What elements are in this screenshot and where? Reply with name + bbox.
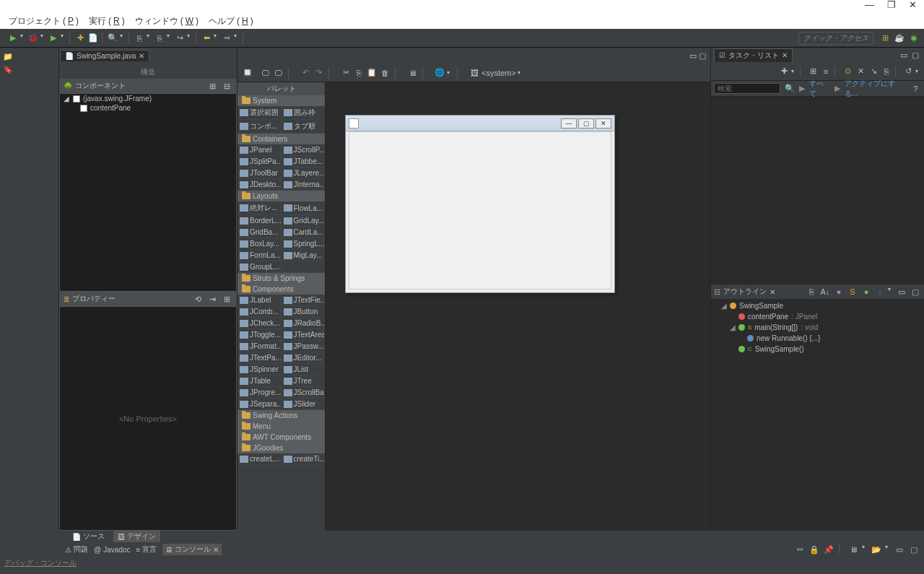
palette-item[interactable]: JCheck... xyxy=(237,318,282,329)
tl-focus-icon[interactable]: ⊙ xyxy=(842,66,853,77)
palette-item[interactable]: GroupL... xyxy=(237,261,282,273)
source-tab[interactable]: 📄ソース xyxy=(68,531,109,542)
console-clear-icon[interactable]: ✏ xyxy=(794,544,806,555)
search-go-icon[interactable]: 🔍 xyxy=(785,84,795,93)
dropdown-icon[interactable]: ▾ xyxy=(120,32,126,44)
tasklist-search-input[interactable] xyxy=(714,83,780,94)
tasklist-activate-link[interactable]: アクティブにする... xyxy=(845,79,906,99)
palette-item[interactable]: JRadioB... xyxy=(282,318,326,329)
palette-item[interactable]: JTable xyxy=(237,375,282,387)
declaration-tab[interactable]: ≡宣言 xyxy=(136,544,157,555)
palette-item[interactable]: JPassw... xyxy=(282,341,326,352)
nav2-icon[interactable]: ⎘ xyxy=(154,32,165,44)
console-pin-icon[interactable]: 📌 xyxy=(823,544,834,555)
expand-arrow-icon[interactable]: ◢ xyxy=(63,95,70,103)
palette-item[interactable]: JProgre... xyxy=(237,387,282,399)
open-type-icon[interactable]: 📄 xyxy=(87,32,99,44)
palette-item[interactable]: コンポ... xyxy=(237,120,282,134)
palette-cat-jgoodies[interactable]: JGoodies xyxy=(237,443,325,453)
ol-t6-icon[interactable]: ↓ xyxy=(874,286,886,297)
palette-cat-layouts[interactable]: Layouts xyxy=(237,191,325,201)
tl-a1-icon[interactable]: ✕ xyxy=(855,66,866,77)
palette-item[interactable]: FormLa... xyxy=(237,250,282,261)
nav-icon[interactable]: ⎘ xyxy=(134,32,145,44)
tl-a2-icon[interactable]: ↘ xyxy=(868,66,879,77)
outline-row-runnable[interactable]: new Runnable() {...} xyxy=(711,333,924,344)
expand-icon[interactable]: ⊞ xyxy=(206,80,218,92)
tasklist-tab[interactable]: ☑ タスク・リスト ✕ xyxy=(714,48,793,62)
dropdown-icon[interactable]: ▾ xyxy=(885,544,891,555)
prop-tool1-icon[interactable]: ⟲ xyxy=(192,293,204,305)
console-open-icon[interactable]: 📂 xyxy=(871,544,882,555)
palette-cat-swingactions[interactable]: Swing Actions xyxy=(237,410,325,421)
palette-item[interactable]: JList xyxy=(282,364,326,375)
dropdown-icon[interactable]: ▾ xyxy=(447,69,453,76)
tl-filter-icon[interactable]: ≡ xyxy=(820,66,832,77)
palette-item[interactable]: JSlider xyxy=(282,399,326,410)
dropdown-icon[interactable]: ▾ xyxy=(147,32,152,44)
outline-row-field[interactable]: contentPane: JPanel xyxy=(711,311,924,322)
tool-prev2-icon[interactable]: 🖵 xyxy=(272,67,284,79)
debug-icon[interactable]: 🐞 xyxy=(27,32,39,44)
palette-item[interactable]: JInterna... xyxy=(282,179,326,191)
palette-item[interactable]: JTree xyxy=(282,375,326,387)
dropdown-icon[interactable]: ▾ xyxy=(40,32,46,44)
tl-cat-icon[interactable]: ⊞ xyxy=(807,66,819,77)
perspective-icon[interactable]: ◉ xyxy=(908,32,920,44)
palette-item[interactable]: タブ順 xyxy=(282,120,326,134)
palette-item[interactable]: SpringL... xyxy=(282,238,326,250)
tl-sync-icon[interactable]: ↺ xyxy=(902,66,914,77)
design-surface[interactable]: — ▢ ✕ xyxy=(326,82,710,531)
outline-row-class[interactable]: ◢SwingSample xyxy=(711,300,924,311)
tab-close-icon[interactable]: ✕ xyxy=(770,288,775,296)
tl-new-icon[interactable]: ✚ xyxy=(778,66,790,77)
prop-tool2-icon[interactable]: ⇥ xyxy=(206,293,218,305)
palette-item[interactable]: JComb... xyxy=(237,306,282,318)
dropdown-icon[interactable]: ▾ xyxy=(187,32,193,44)
quick-access-input[interactable]: クイック・アクセス xyxy=(798,32,873,45)
palette-cat-containers[interactable]: Containers xyxy=(237,134,325,144)
cut-icon[interactable]: ✂ xyxy=(340,67,352,79)
ol-t3-icon[interactable]: ● xyxy=(833,286,845,297)
dropdown-icon[interactable]: ▾ xyxy=(167,32,173,44)
panel-min-icon[interactable]: ▭ xyxy=(894,544,905,555)
dropdown-icon[interactable]: ▾ xyxy=(234,32,240,44)
palette-item[interactable]: FlowLa... xyxy=(282,201,326,215)
dropdown-icon[interactable]: ▾ xyxy=(888,286,894,297)
tl-a3-icon[interactable]: ⎘ xyxy=(881,66,892,77)
globe-icon[interactable]: 🌐 xyxy=(434,67,445,79)
dropdown-icon[interactable]: ▾ xyxy=(214,32,219,44)
palette-item[interactable]: GridBa... xyxy=(237,227,282,238)
palette-cat-awt[interactable]: AWT Components xyxy=(237,432,325,443)
palette-item[interactable]: JTextFie... xyxy=(282,295,326,306)
window-minimize-button[interactable]: — xyxy=(865,0,874,13)
window-maximize-button[interactable]: ❐ xyxy=(887,0,896,13)
palette-item[interactable]: JFormat... xyxy=(237,341,282,352)
delete-icon[interactable]: 🗑 xyxy=(379,67,391,79)
package-explorer-icon[interactable]: 📁 xyxy=(3,52,14,64)
jframe-content-pane[interactable] xyxy=(349,131,611,290)
redo-icon[interactable]: ↷ xyxy=(313,67,324,79)
palette-item[interactable]: 絶対レ... xyxy=(237,201,282,215)
palette-cat-components[interactable]: Components xyxy=(237,284,325,295)
panel-min-icon[interactable]: ▭ xyxy=(896,286,907,297)
menu-window[interactable]: ウィンドウ(W) xyxy=(131,14,201,27)
palette-item[interactable]: JSepara... xyxy=(237,399,282,410)
jframe-min-button[interactable]: — xyxy=(561,118,577,129)
undo-icon[interactable]: ↶ xyxy=(300,67,311,79)
editor-tab[interactable]: 📄 SwingSample.java ✕ xyxy=(60,50,149,61)
copy-icon[interactable]: ⎘ xyxy=(353,67,365,79)
run-icon[interactable]: ▶ xyxy=(7,32,19,44)
help-icon[interactable]: ? xyxy=(910,83,921,95)
tab-close-icon[interactable]: ✕ xyxy=(139,52,144,60)
outline-row-main[interactable]: ◢Smain(String[]) : void xyxy=(711,322,924,333)
ol-t5-icon[interactable]: ● xyxy=(860,286,872,297)
nav3-icon[interactable]: ↪ xyxy=(174,32,186,44)
dropdown-icon[interactable]: ▾ xyxy=(862,544,868,555)
palette-item[interactable]: BoxLay... xyxy=(237,238,282,250)
forward-icon[interactable]: ➡ xyxy=(221,32,232,44)
dropdown-icon[interactable]: ▾ xyxy=(20,32,26,44)
outline-row-ctor[interactable]: CSwingSample() xyxy=(711,344,924,355)
perspective-open-icon[interactable]: ⊞ xyxy=(879,32,891,44)
collapse-icon[interactable]: ⊟ xyxy=(221,80,232,92)
